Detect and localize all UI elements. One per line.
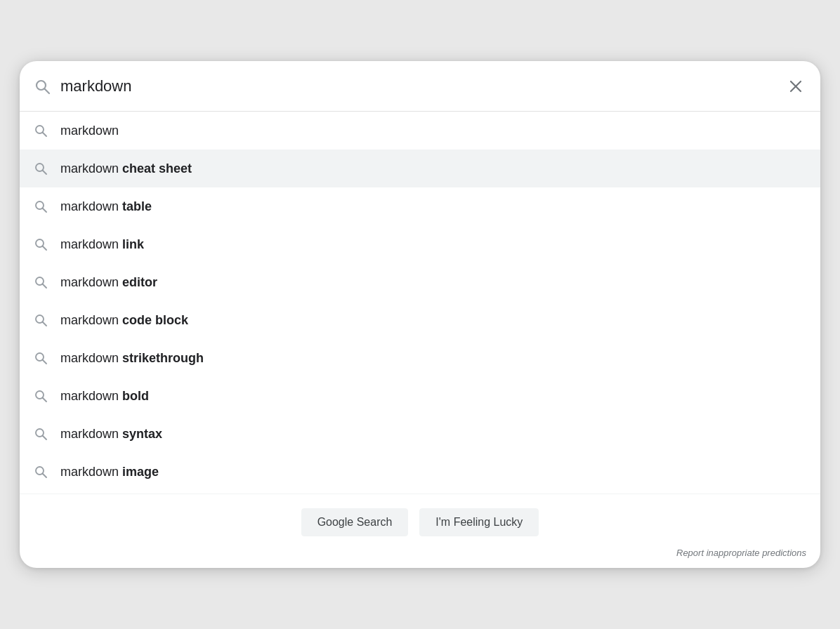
suggestion-text: markdown xyxy=(60,124,119,138)
suggestion-search-icon xyxy=(34,275,48,289)
suggestion-search-icon xyxy=(34,351,48,365)
suggestion-item[interactable]: markdown table xyxy=(20,187,820,225)
svg-line-9 xyxy=(43,208,47,213)
suggestion-item[interactable]: markdown editor xyxy=(20,263,820,301)
suggestion-text: markdown image xyxy=(60,465,159,479)
suggestion-search-icon xyxy=(34,427,48,441)
search-bar xyxy=(20,61,820,112)
suggestion-search-icon xyxy=(34,389,48,403)
suggestion-search-icon xyxy=(34,465,48,479)
suggestion-search-icon xyxy=(34,124,48,138)
svg-line-15 xyxy=(43,322,47,326)
feeling-lucky-button[interactable]: I'm Feeling Lucky xyxy=(419,508,539,536)
suggestion-item[interactable]: markdown bold xyxy=(20,377,820,415)
svg-line-19 xyxy=(43,398,47,402)
buttons-row: Google Search I'm Feeling Lucky xyxy=(20,494,820,548)
suggestion-text: markdown bold xyxy=(60,389,149,404)
search-input[interactable] xyxy=(60,77,775,95)
svg-line-11 xyxy=(43,246,47,251)
suggestion-item[interactable]: markdown xyxy=(20,112,820,150)
suggestion-item[interactable]: markdown code block xyxy=(20,301,820,339)
suggestion-text: markdown syntax xyxy=(60,427,162,442)
svg-line-17 xyxy=(43,360,47,364)
report-link[interactable]: Report inappropriate predictions xyxy=(676,548,806,558)
suggestion-text: markdown strikethrough xyxy=(60,351,204,366)
suggestion-text: markdown table xyxy=(60,199,152,214)
suggestion-search-icon xyxy=(34,199,48,213)
svg-line-13 xyxy=(43,284,47,289)
suggestion-item[interactable]: markdown strikethrough xyxy=(20,339,820,377)
suggestion-item[interactable]: markdown syntax xyxy=(20,415,820,453)
suggestion-search-icon xyxy=(34,161,48,176)
svg-line-21 xyxy=(43,436,47,440)
svg-line-23 xyxy=(43,474,47,478)
suggestion-item[interactable]: markdown image xyxy=(20,453,820,491)
google-search-button[interactable]: Google Search xyxy=(301,508,409,536)
suggestion-text: markdown editor xyxy=(60,275,157,290)
suggestion-text: markdown code block xyxy=(60,313,188,328)
suggestion-search-icon xyxy=(34,237,48,251)
svg-line-5 xyxy=(43,133,47,137)
suggestion-item[interactable]: markdown cheat sheet xyxy=(20,150,820,187)
search-icon xyxy=(34,78,51,95)
search-container: markdown markdown cheat sheet markdown t… xyxy=(20,61,820,568)
clear-button[interactable] xyxy=(785,76,806,97)
suggestion-search-icon xyxy=(34,313,48,327)
suggestion-item[interactable]: markdown link xyxy=(20,225,820,263)
suggestion-text: markdown link xyxy=(60,237,144,252)
suggestions-list: markdown markdown cheat sheet markdown t… xyxy=(20,112,820,491)
footer-row: Report inappropriate predictions xyxy=(20,548,820,568)
svg-line-7 xyxy=(43,171,47,175)
svg-line-1 xyxy=(45,88,50,93)
suggestion-text: markdown cheat sheet xyxy=(60,161,192,176)
